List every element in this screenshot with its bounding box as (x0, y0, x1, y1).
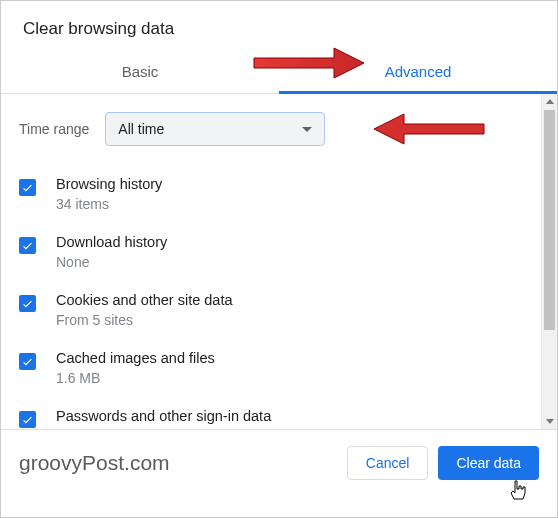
item-title: Browsing history (56, 176, 529, 192)
checkmark-icon (21, 355, 34, 368)
scrollbar[interactable] (541, 94, 557, 429)
item-title: Passwords and other sign-in data (56, 408, 529, 424)
item-passwords: Passwords and other sign-in data (19, 398, 529, 428)
chevron-down-icon (302, 127, 312, 132)
checkbox-passwords[interactable] (19, 411, 36, 428)
checkbox-cookies[interactable] (19, 295, 36, 312)
checkmark-icon (21, 413, 34, 426)
item-sub: 34 items (56, 196, 529, 212)
time-range-label: Time range (19, 121, 89, 137)
watermark: groovyPost.com (19, 451, 170, 475)
item-title: Cookies and other site data (56, 292, 529, 308)
scroll-up-icon[interactable] (546, 99, 554, 104)
item-browsing-history: Browsing history 34 items (19, 166, 529, 224)
tab-basic[interactable]: Basic (1, 51, 279, 93)
dialog-title: Clear browsing data (1, 1, 557, 51)
scrollbar-thumb[interactable] (544, 110, 555, 330)
cancel-button[interactable]: Cancel (347, 446, 429, 480)
item-title: Cached images and files (56, 350, 529, 366)
item-sub: None (56, 254, 529, 270)
item-title: Download history (56, 234, 529, 250)
item-sub: From 5 sites (56, 312, 529, 328)
checkmark-icon (21, 297, 34, 310)
checkmark-icon (21, 239, 34, 252)
item-cache: Cached images and files 1.6 MB (19, 340, 529, 398)
tab-advanced[interactable]: Advanced (279, 51, 557, 93)
scroll-down-icon[interactable] (546, 419, 554, 424)
time-range-value: All time (118, 121, 164, 137)
clear-data-button[interactable]: Clear data (438, 446, 539, 480)
checkbox-cache[interactable] (19, 353, 36, 370)
item-download-history: Download history None (19, 224, 529, 282)
item-cookies: Cookies and other site data From 5 sites (19, 282, 529, 340)
scroll-content: Time range All time Browsing history 34 … (1, 94, 541, 429)
time-range-row: Time range All time (19, 112, 529, 146)
tabs: Basic Advanced (1, 51, 557, 94)
checkmark-icon (21, 181, 34, 194)
checkbox-browsing-history[interactable] (19, 179, 36, 196)
content-area: Time range All time Browsing history 34 … (1, 94, 557, 429)
dialog-footer: groovyPost.com Cancel Clear data (1, 429, 557, 496)
item-sub: 1.6 MB (56, 370, 529, 386)
checkbox-download-history[interactable] (19, 237, 36, 254)
time-range-select[interactable]: All time (105, 112, 325, 146)
